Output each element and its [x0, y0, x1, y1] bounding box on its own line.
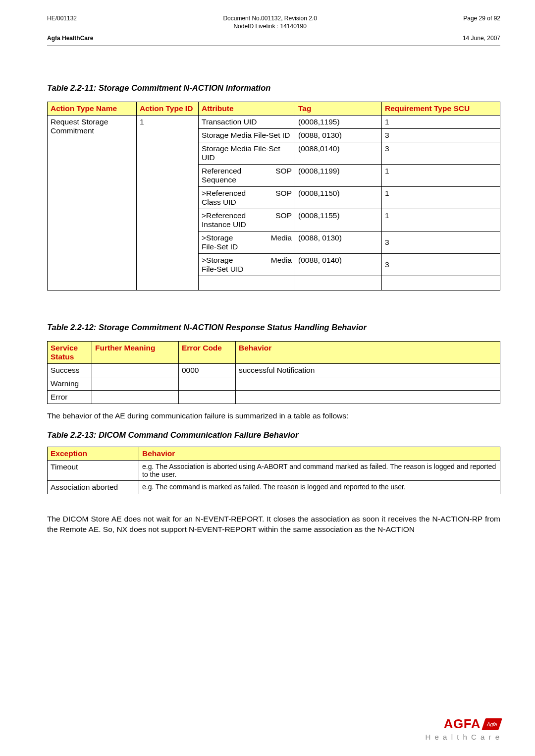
- header-left-bottom: Agfa HealthCare: [47, 35, 93, 42]
- paragraph-1: The behavior of the AE during communicat…: [47, 411, 500, 421]
- logo-sub: H e a l t h C a r e: [426, 733, 500, 741]
- table-row: Warning: [48, 377, 500, 391]
- t1-h3: Attribute: [199, 102, 295, 116]
- table-3-caption: Table 2.2-13: DICOM Command Communicatio…: [47, 430, 500, 440]
- table-2: Service Status Further Meaning Error Cod…: [47, 341, 500, 404]
- t3-h1: Exception: [48, 447, 139, 460]
- table-1: Action Type Name Action Type ID Attribut…: [47, 102, 500, 291]
- table-2-caption: Table 2.2-12: Storage Commitment N-ACTIO…: [47, 323, 500, 332]
- t1-req: 1: [382, 165, 500, 187]
- table-row: Success 0000 successful Notification: [48, 364, 500, 377]
- table-row: Action Type Name Action Type ID Attribut…: [48, 102, 500, 116]
- t1-tag: (0008,1199): [295, 165, 382, 187]
- t1-req: 3: [382, 254, 500, 276]
- table-row: Exception Behavior: [48, 447, 500, 460]
- empty-cell: [382, 276, 500, 291]
- t1-attr: >StorageMedia File-Set UID: [199, 254, 295, 276]
- t2-code: [179, 377, 236, 391]
- t2-behavior: [236, 377, 500, 391]
- t2-status: Error: [48, 391, 92, 404]
- t2-fm: [92, 377, 179, 391]
- t3-h2: Behavior: [139, 447, 500, 460]
- t1-attr: >ReferencedSOP Class UID: [199, 187, 295, 209]
- header-center-1: Document No.001132, Revision 2.0: [223, 15, 317, 22]
- t2-status: Success: [48, 364, 92, 377]
- header-center-2: NodeID Livelink : 14140190: [223, 23, 317, 30]
- t2-h1: Service Status: [48, 342, 92, 364]
- t1-tag: (0088, 0140): [295, 254, 382, 276]
- header-right-bottom: 14 June, 2007: [463, 35, 500, 42]
- t2-h2: Further Meaning: [92, 342, 179, 364]
- t2-behavior: [236, 391, 500, 404]
- t3-ex: Association aborted: [48, 480, 139, 494]
- t1-h5: Requirement Type SCU: [382, 102, 500, 116]
- t1-attr: >StorageMedia File-Set ID: [199, 232, 295, 254]
- table-row: Service Status Further Meaning Error Cod…: [48, 342, 500, 364]
- t3-bh: e.g. The command is marked as failed. Th…: [139, 480, 500, 494]
- t1-attr: ReferencedSOP Sequence: [199, 165, 295, 187]
- table-row: Request Storage Commitment 1 Transaction…: [48, 116, 500, 129]
- t1-attr: Storage Media File-Set UID: [199, 142, 295, 165]
- t1-h4: Tag: [295, 102, 382, 116]
- logo-brand: AGFA: [444, 716, 481, 732]
- header-divider: [47, 46, 500, 46]
- t3-bh: e.g. The Association is aborted using A-…: [139, 460, 500, 480]
- empty-cell: [199, 276, 295, 291]
- t1-req: 1: [382, 187, 500, 209]
- paragraph-2: The DICOM Store AE does not wait for an …: [47, 514, 500, 535]
- t2-code: 0000: [179, 364, 236, 377]
- t1-req: 3: [382, 142, 500, 165]
- t1-h1: Action Type Name: [48, 102, 137, 116]
- header-left-top: HE/001132: [47, 15, 77, 30]
- t2-behavior: successful Notification: [236, 364, 500, 377]
- t1-req: 1: [382, 209, 500, 232]
- footer-logo: AGFA Agfa H e a l t h C a r e: [426, 716, 500, 741]
- t1-tag: (0008,1195): [295, 116, 382, 129]
- logo-rhombus-icon: Agfa: [482, 718, 502, 730]
- table-3: Exception Behavior Timeout e.g. The Asso…: [47, 447, 500, 494]
- t1-tag: (0088, 0130): [295, 232, 382, 254]
- t3-ex: Timeout: [48, 460, 139, 480]
- t1-tag: (0008,1150): [295, 187, 382, 209]
- table-row: Error: [48, 391, 500, 404]
- t2-fm: [92, 364, 179, 377]
- t2-code: [179, 391, 236, 404]
- t1-req: 3: [382, 232, 500, 254]
- t2-h4: Behavior: [236, 342, 500, 364]
- t1-tag: (0088,0140): [295, 142, 382, 165]
- table-row: Timeout e.g. The Association is aborted …: [48, 460, 500, 480]
- t2-fm: [92, 391, 179, 404]
- table-row: Association aborted e.g. The command is …: [48, 480, 500, 494]
- t1-typeid: 1: [137, 116, 199, 291]
- t1-name: Request Storage Commitment: [48, 116, 137, 291]
- t2-h3: Error Code: [179, 342, 236, 364]
- t1-attr: >ReferencedSOP Instance UID: [199, 209, 295, 232]
- t1-attr: Transaction UID: [199, 116, 295, 129]
- t1-tag: (0008,1155): [295, 209, 382, 232]
- t2-status: Warning: [48, 377, 92, 391]
- table-1-caption: Table 2.2-11: Storage Commitment N-ACTIO…: [47, 83, 500, 93]
- t1-h2: Action Type ID: [137, 102, 199, 116]
- t1-req: 1: [382, 116, 500, 129]
- empty-cell: [295, 276, 382, 291]
- t1-attr: Storage Media File-Set ID: [199, 129, 295, 142]
- t1-tag: (0088, 0130): [295, 129, 382, 142]
- header-right-top: Page 29 of 92: [463, 15, 500, 30]
- t1-req: 3: [382, 129, 500, 142]
